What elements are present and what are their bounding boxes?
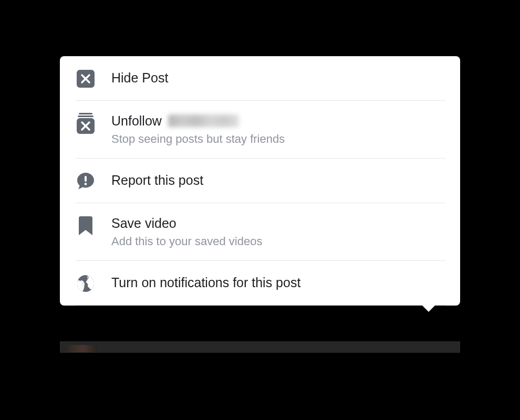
menu-item-text: Turn on notifications for this post [111, 272, 300, 292]
popup-arrow [421, 304, 436, 312]
menu-item-title: Unfollow [111, 112, 162, 130]
post-options-menu: Hide Post Unfollow Stop seeing posts but… [60, 56, 460, 306]
menu-item-save-video[interactable]: Save video Add this to your saved videos [76, 203, 445, 261]
menu-item-text: Report this post [111, 170, 203, 190]
menu-item-notifications[interactable]: Turn on notifications for this post [76, 261, 445, 306]
globe-icon [76, 274, 96, 293]
menu-item-text: Hide Post [111, 68, 168, 88]
menu-item-title: Turn on notifications for this post [111, 274, 300, 291]
menu-item-text: Save video Add this to your saved videos [111, 215, 262, 249]
menu-item-title: Save video [111, 215, 176, 232]
bookmark-icon [76, 216, 96, 236]
svg-point-5 [85, 183, 87, 185]
svg-rect-4 [85, 176, 87, 182]
menu-item-hide-post[interactable]: Hide Post [76, 56, 445, 101]
background-thumbnail-hint [68, 345, 98, 352]
menu-item-subtitle: Add this to your saved videos [111, 234, 262, 249]
menu-item-title: Hide Post [111, 69, 168, 87]
unfollow-icon [76, 113, 96, 133]
close-box-icon [76, 69, 96, 89]
svg-rect-2 [78, 116, 93, 117]
menu-item-text: Unfollow Stop seeing posts but stay frie… [111, 112, 285, 146]
menu-item-unfollow[interactable]: Unfollow Stop seeing posts but stay frie… [76, 101, 445, 159]
menu-item-report[interactable]: Report this post [76, 159, 445, 203]
svg-rect-1 [79, 113, 92, 114]
background-shadow [60, 341, 460, 353]
report-icon [76, 171, 96, 191]
menu-item-title: Report this post [111, 172, 203, 189]
menu-item-subtitle: Stop seeing posts but stay friends [111, 132, 285, 147]
obscured-name [168, 114, 239, 127]
